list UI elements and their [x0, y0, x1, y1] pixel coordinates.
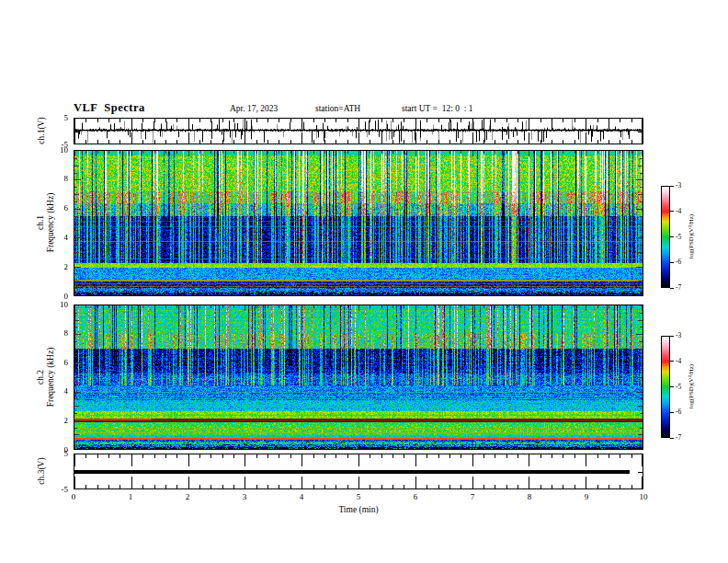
ch2-frequency-axis-label: ch.2Frequency (kHz)	[36, 348, 56, 408]
x-tick-label: 9	[575, 493, 597, 501]
vlf-spectra-figure: VLF Spectra Apr. 17, 2023 station=ATH st…	[0, 0, 728, 563]
ch1-waveform-panel	[74, 118, 643, 144]
ch2-axis-label-line2: Frequency (kHz)	[46, 348, 56, 408]
ch1-axis-label-line2: Frequency (kHz)	[46, 193, 56, 253]
ch1-axis-label-line1: ch.1	[36, 193, 46, 253]
y-tick-label: 5	[37, 114, 68, 122]
colorbar-tick	[670, 288, 674, 289]
colorbar-tick	[670, 186, 674, 187]
x-tick-label: 6	[404, 493, 427, 501]
ch2-spectrogram-canvas	[74, 305, 643, 449]
x-tick-label: 8	[518, 493, 540, 501]
ch2-spectrogram-panel	[74, 304, 643, 450]
ch3-voltage-axis-label: ch.3(V)	[37, 457, 47, 484]
y-tick-label: 8	[37, 175, 68, 183]
x-tick-label: 2	[176, 493, 199, 501]
ch3-waveform-panel	[74, 454, 643, 489]
header-station: station=ATH	[315, 104, 360, 113]
colorbar-tick-label: -6	[676, 408, 690, 416]
y-tick-label: 2	[37, 263, 68, 271]
x-tick-label: 1	[119, 493, 142, 501]
colorbar-tick	[670, 211, 674, 212]
header-date: Apr. 17, 2023	[230, 104, 278, 113]
colorbar-tick-label: -3	[676, 182, 690, 190]
ch1-frequency-axis-label: ch.1Frequency (kHz)	[36, 193, 56, 253]
colorbar-tick	[670, 262, 674, 263]
y-tick-label: 8	[37, 329, 68, 338]
colorbar-ch1	[661, 186, 670, 288]
y-tick-label: 5	[37, 450, 68, 458]
colorbar-tick	[670, 236, 674, 237]
y-tick-label: 10	[37, 146, 68, 155]
colorbar-tick-label: -7	[676, 434, 690, 442]
x-tick-label: 3	[233, 493, 256, 501]
x-tick-label: 5	[347, 493, 370, 501]
colorbar-tick	[670, 386, 674, 387]
x-tick-label: 7	[461, 493, 483, 501]
colorbar-tick-label: -7	[676, 284, 690, 292]
ch1-spectrogram-canvas	[74, 151, 643, 295]
x-tick-label: 4	[290, 493, 313, 501]
colorbar-tick	[670, 412, 674, 413]
figure-title: VLF Spectra	[74, 101, 145, 115]
colorbar-tick-label: -3	[676, 332, 690, 339]
colorbar-tick-label: -6	[676, 259, 690, 266]
colorbar-tick	[670, 438, 674, 439]
y-tick-label: 6	[37, 204, 68, 213]
x-tick-label: 10	[632, 493, 654, 501]
time-axis-label: Time (min)	[313, 505, 404, 514]
ch1-waveform-canvas	[74, 119, 643, 144]
y-tick-label: 10	[37, 301, 68, 309]
ch1-spectrogram-panel	[74, 150, 643, 296]
y-tick-label: 4	[37, 234, 68, 242]
y-tick-label: 4	[37, 387, 68, 396]
colorbar-tick-label: -5	[676, 384, 690, 391]
y-tick-label: 2	[37, 417, 68, 425]
colorbar-tick-label: -4	[676, 208, 690, 215]
x-tick-label: 0	[63, 493, 85, 501]
header-start-ut: start UT = 12: 0 : 1	[402, 104, 472, 113]
colorbar-ch2	[661, 336, 670, 438]
colorbar-tick-label: -5	[676, 234, 690, 241]
y-tick-label: 6	[37, 359, 68, 367]
ch2-axis-label-line1: ch.2	[36, 348, 46, 408]
ch3-waveform-canvas	[74, 454, 643, 488]
colorbar-tick-label: -4	[676, 358, 690, 365]
colorbar-tick	[670, 361, 674, 362]
colorbar-tick	[670, 336, 674, 337]
